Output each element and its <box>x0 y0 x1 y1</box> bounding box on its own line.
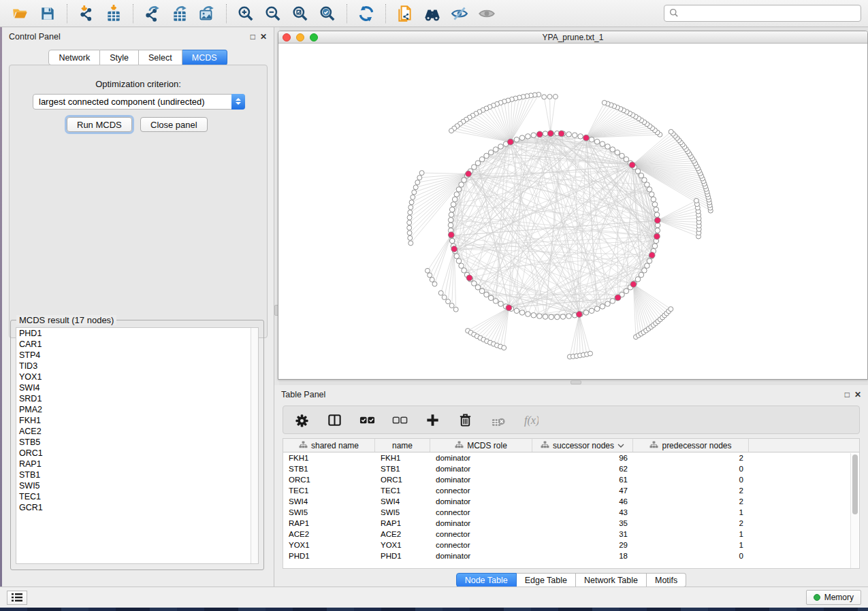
float-panel-icon[interactable]: □ <box>251 33 255 41</box>
save-session-button[interactable] <box>34 2 61 25</box>
criterion-select[interactable]: largest connected component (undirected) <box>33 94 245 110</box>
memory-button[interactable]: Memory <box>806 590 861 605</box>
table-options-button[interactable] <box>293 411 310 429</box>
mcds-result-item[interactable]: RAP1 <box>16 459 258 469</box>
column-label: successor nodes <box>553 441 614 450</box>
mcds-result-item[interactable]: GCR1 <box>16 502 258 513</box>
mcds-result-item[interactable]: STB5 <box>16 437 258 448</box>
column-header-predecessor-nodes[interactable]: predecessor nodes <box>633 439 749 452</box>
table-row[interactable]: ACE2ACE2connector311 <box>283 529 859 540</box>
search-box[interactable] <box>664 5 861 22</box>
node-table[interactable]: shared namenameMCDS rolesuccessor nodesp… <box>283 438 860 569</box>
mcds-result-item[interactable]: TEC1 <box>16 491 258 502</box>
svg-text:f(x): f(x) <box>524 414 538 427</box>
table-row[interactable]: TEC1TEC1connector472 <box>283 485 859 496</box>
tab-motifs[interactable]: Motifs <box>647 573 686 587</box>
mcds-result-item[interactable]: TID3 <box>16 361 258 371</box>
close-panel-icon[interactable]: ✕ <box>260 33 267 41</box>
table-row[interactable]: SWI5SWI5connector431 <box>283 507 859 518</box>
tab-mcds[interactable]: MCDS <box>182 50 227 65</box>
export-image-button[interactable] <box>193 2 221 25</box>
mcds-list-scrollbar[interactable] <box>251 328 258 563</box>
column-header-MCDS-role[interactable]: MCDS role <box>430 439 532 452</box>
table-row[interactable]: SWI4SWI4dominator462 <box>283 496 859 507</box>
cell-successor-nodes: 61 <box>532 476 633 484</box>
export-network-button[interactable] <box>139 2 166 25</box>
zoom-fit-button[interactable] <box>287 2 314 25</box>
panels-menu-button[interactable] <box>7 591 27 605</box>
cell-MCDS-role: dominator <box>430 519 532 527</box>
unselect-all-columns-button[interactable] <box>391 411 408 429</box>
cell-name: ORC1 <box>375 476 430 484</box>
toolbar-separator <box>385 4 386 23</box>
list-icon <box>12 593 22 601</box>
tab-style[interactable]: Style <box>100 50 139 65</box>
mcds-result-item[interactable]: STP4 <box>16 350 258 361</box>
cell-predecessor-nodes: 0 <box>633 552 749 560</box>
find-button[interactable] <box>419 2 446 25</box>
table-scrollbar-thumb[interactable] <box>852 455 858 514</box>
mcds-result-item[interactable]: SWI5 <box>16 480 258 491</box>
horizontal-splitter-grip[interactable] <box>570 380 581 384</box>
import-table-button[interactable] <box>100 2 127 25</box>
delete-column-button[interactable] <box>456 411 474 429</box>
share-document-button[interactable] <box>391 2 419 25</box>
tab-edge-table[interactable]: Edge Table <box>517 573 576 587</box>
table-row[interactable]: PHD1PHD1dominator180 <box>283 550 859 561</box>
cell-successor-nodes: 35 <box>532 519 633 527</box>
select-all-columns-button[interactable] <box>358 411 376 429</box>
zoom-in-button[interactable] <box>232 2 259 25</box>
cell-MCDS-role: connector <box>430 530 532 538</box>
show-column-panel-button[interactable] <box>325 411 343 429</box>
table-row[interactable]: STB1STB1dominator620 <box>283 463 859 474</box>
show-all-button[interactable] <box>473 2 500 25</box>
mcds-result-item[interactable]: SWI4 <box>16 382 258 393</box>
mcds-result-item[interactable]: ACE2 <box>16 426 258 437</box>
column-header-name[interactable]: name <box>375 439 430 452</box>
function-builder-button[interactable]: f(x) <box>521 411 539 429</box>
table-row[interactable]: RAP1RAP1dominator352 <box>283 518 859 529</box>
horizontal-splitter[interactable] <box>278 380 868 385</box>
hide-selected-button[interactable] <box>446 2 473 25</box>
column-header-shared-name[interactable]: shared name <box>283 439 375 452</box>
tab-select[interactable]: Select <box>139 50 182 65</box>
close-panel-icon[interactable]: ✕ <box>854 391 861 399</box>
network-window-titlebar[interactable]: YPA_prune.txt_1 <box>278 31 867 44</box>
desktop-wallpaper-bottom <box>0 608 868 611</box>
export-table-button[interactable] <box>166 2 193 25</box>
zoom-selected-button[interactable] <box>314 2 341 25</box>
select-stepper-icon[interactable] <box>231 94 245 110</box>
mcds-result-item[interactable]: ORC1 <box>16 448 258 459</box>
mcds-result-item[interactable]: STB1 <box>16 469 258 480</box>
network-window: YPA_prune.txt_1 <box>278 31 868 380</box>
close-panel-button[interactable]: Close panel <box>140 117 208 132</box>
create-column-button[interactable] <box>423 411 441 429</box>
table-row[interactable]: ORC1ORC1dominator610 <box>283 474 859 485</box>
zoom-out-button[interactable] <box>259 2 287 25</box>
tab-network[interactable]: Network <box>48 50 100 65</box>
mcds-result-item[interactable]: FKH1 <box>16 415 258 426</box>
cell-shared-name: PHD1 <box>283 552 375 560</box>
mcds-result-item[interactable]: PMA2 <box>16 404 258 415</box>
mcds-result-item[interactable]: PHD1 <box>16 328 258 339</box>
network-canvas[interactable] <box>278 44 867 380</box>
column-header-successor-nodes[interactable]: successor nodes <box>532 439 633 452</box>
mcds-result-item[interactable]: SRD1 <box>16 393 258 404</box>
mcds-result-list[interactable]: PHD1CAR1STP4TID3YOX1SWI4SRD1PMA2FKH1ACE2… <box>16 327 259 564</box>
tab-network-table[interactable]: Network Table <box>576 573 647 587</box>
tab-node-table[interactable]: Node Table <box>456 573 517 587</box>
table-row[interactable]: YOX1YOX1connector291 <box>283 540 859 550</box>
refresh-button[interactable] <box>353 2 380 25</box>
table-row[interactable]: FKH1FKH1dominator962 <box>283 452 859 463</box>
mcds-result-item[interactable]: YOX1 <box>16 371 258 382</box>
import-network-button[interactable] <box>73 2 100 25</box>
search-input[interactable] <box>681 9 856 18</box>
refresh-icon <box>357 5 375 22</box>
cell-shared-name: FKH1 <box>283 454 375 462</box>
run-mcds-button[interactable]: Run MCDS <box>67 117 132 132</box>
table-scrollbar[interactable] <box>850 453 858 568</box>
mcds-result-item[interactable]: CAR1 <box>16 339 258 350</box>
delete-table-button[interactable] <box>489 411 507 429</box>
open-file-button[interactable] <box>7 2 34 25</box>
float-panel-icon[interactable]: □ <box>845 391 850 399</box>
